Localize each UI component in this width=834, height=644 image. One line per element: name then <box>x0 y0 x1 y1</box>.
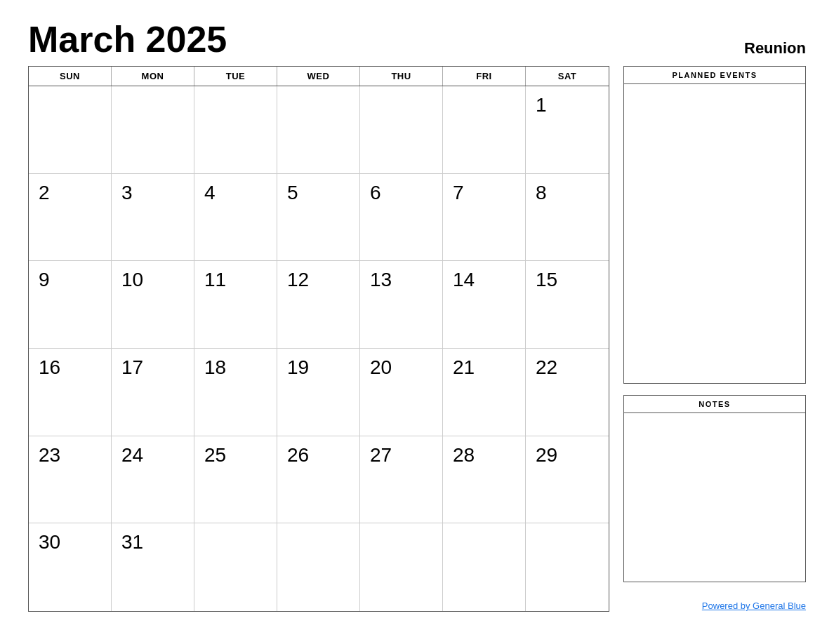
calendar-day-24: 24 <box>112 436 194 524</box>
notes-content <box>624 413 805 582</box>
calendar-day-14: 14 <box>443 261 526 349</box>
calendar-day-30: 30 <box>29 523 112 611</box>
page-header: March 2025 Reunion <box>28 21 806 58</box>
calendar-day-21: 21 <box>443 349 526 436</box>
planned-events-content <box>624 84 805 383</box>
calendar-day-7: 7 <box>443 174 526 262</box>
sidebar: PLANNED EVENTS NOTES Powered by General … <box>623 66 806 612</box>
calendar-day-23: 23 <box>29 436 112 524</box>
day-number: 15 <box>536 268 599 292</box>
calendar-cell-empty <box>194 523 277 611</box>
day-number: 20 <box>370 356 432 380</box>
calendar-day-28: 28 <box>443 436 526 524</box>
day-number: 16 <box>39 356 101 380</box>
notes-title: NOTES <box>624 396 805 413</box>
calendar-day-8: 8 <box>526 174 609 262</box>
calendar-day-9: 9 <box>29 261 112 349</box>
calendar-day-27: 27 <box>360 436 443 524</box>
day-number: 21 <box>453 356 515 380</box>
day-number: 1 <box>536 93 599 117</box>
day-number: 27 <box>370 443 432 467</box>
day-header-wed: WED <box>277 67 360 86</box>
calendar-day-17: 17 <box>112 349 194 436</box>
calendar-day-1: 1 <box>526 86 609 174</box>
day-number: 28 <box>453 443 515 467</box>
powered-by-link[interactable]: Powered by General Blue <box>702 601 806 611</box>
calendar-cell-empty <box>112 86 194 174</box>
day-number: 19 <box>287 356 350 380</box>
day-headers-row: SUNMONTUEWEDTHUFRISAT <box>29 67 609 86</box>
calendar-day-29: 29 <box>526 436 609 524</box>
day-number: 17 <box>121 356 184 380</box>
day-number: 18 <box>204 356 267 380</box>
day-number: 7 <box>453 181 515 205</box>
day-header-mon: MON <box>112 67 194 86</box>
day-number: 30 <box>39 530 101 554</box>
day-number: 23 <box>39 443 101 467</box>
calendar-day-19: 19 <box>277 349 360 436</box>
day-number: 22 <box>536 356 599 380</box>
planned-events-title: PLANNED EVENTS <box>624 67 805 84</box>
calendar-day-20: 20 <box>360 349 443 436</box>
day-header-sun: SUN <box>29 67 112 86</box>
day-header-sat: SAT <box>526 67 609 86</box>
day-number: 24 <box>121 443 184 467</box>
main-content: SUNMONTUEWEDTHUFRISAT 123456789101112131… <box>28 66 806 612</box>
calendar-day-12: 12 <box>277 261 360 349</box>
calendar-day-18: 18 <box>194 349 277 436</box>
calendar-section: SUNMONTUEWEDTHUFRISAT 123456789101112131… <box>28 66 609 612</box>
day-number: 14 <box>453 268 515 292</box>
day-number: 12 <box>287 268 350 292</box>
day-number: 31 <box>121 530 184 554</box>
calendar-day-6: 6 <box>360 174 443 262</box>
calendar-cell-empty <box>29 86 112 174</box>
calendar-grid: 1234567891011121314151617181920212223242… <box>29 86 609 611</box>
day-number: 3 <box>121 181 184 205</box>
notes-box: NOTES <box>623 395 806 582</box>
day-number: 29 <box>536 443 599 467</box>
day-number: 4 <box>204 181 267 205</box>
calendar-cell-empty <box>360 86 443 174</box>
day-header-fri: FRI <box>443 67 526 86</box>
day-number: 10 <box>121 268 184 292</box>
calendar-cell-empty <box>277 523 360 611</box>
calendar-day-25: 25 <box>194 436 277 524</box>
calendar-day-26: 26 <box>277 436 360 524</box>
calendar-cell-empty <box>443 523 526 611</box>
calendar-cell-empty <box>194 86 277 174</box>
calendar-cell-empty <box>443 86 526 174</box>
day-number: 6 <box>370 181 432 205</box>
calendar-day-31: 31 <box>112 523 194 611</box>
day-number: 8 <box>536 181 599 205</box>
calendar-cell-empty <box>360 523 443 611</box>
day-header-tue: TUE <box>194 67 277 86</box>
location-title: Reunion <box>744 39 806 58</box>
calendar-day-2: 2 <box>29 174 112 262</box>
calendar-day-10: 10 <box>112 261 194 349</box>
calendar-day-11: 11 <box>194 261 277 349</box>
calendar-cell-empty <box>526 523 609 611</box>
day-number: 25 <box>204 443 267 467</box>
day-number: 5 <box>287 181 350 205</box>
day-number: 13 <box>370 268 432 292</box>
day-number: 11 <box>204 268 267 292</box>
day-header-thu: THU <box>360 67 443 86</box>
calendar-day-13: 13 <box>360 261 443 349</box>
day-number: 9 <box>39 268 101 292</box>
calendar-day-4: 4 <box>194 174 277 262</box>
calendar-day-5: 5 <box>277 174 360 262</box>
day-number: 2 <box>39 181 101 205</box>
calendar-day-22: 22 <box>526 349 609 436</box>
planned-events-box: PLANNED EVENTS <box>623 66 806 384</box>
calendar-cell-empty <box>277 86 360 174</box>
day-number: 26 <box>287 443 350 467</box>
month-year-title: March 2025 <box>28 21 227 58</box>
powered-by-section: Powered by General Blue <box>623 593 806 612</box>
calendar-day-15: 15 <box>526 261 609 349</box>
calendar-day-3: 3 <box>112 174 194 262</box>
calendar-day-16: 16 <box>29 349 112 436</box>
